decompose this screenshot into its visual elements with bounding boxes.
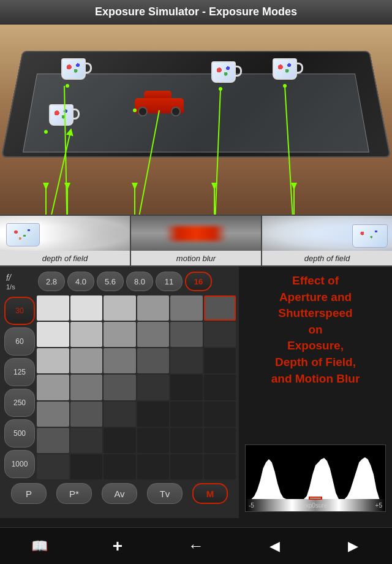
hist-scale-right: +5 — [375, 502, 382, 509]
grid-cell-5-5[interactable] — [204, 428, 236, 453]
grid-cell-5-4[interactable] — [170, 428, 203, 453]
histogram-graph — [246, 456, 385, 499]
thumb-blur[interactable]: motion blur — [131, 216, 262, 265]
grid-cell-3-1[interactable] — [70, 375, 103, 400]
hist-scale-center: exp0sure — [302, 502, 327, 509]
svg-marker-7 — [132, 183, 138, 190]
histogram-scale: -5 exp0sure +5 — [246, 499, 385, 511]
book-icon: 📖 — [31, 538, 48, 554]
grid-cell-3-0[interactable] — [37, 375, 69, 400]
grid-cell-4-5[interactable] — [204, 402, 236, 427]
speed-label: 1/s — [6, 283, 15, 291]
grid-cell-0-0[interactable] — [37, 295, 69, 321]
grid-cell-5-0[interactable] — [37, 428, 69, 453]
fstop-label: f/ — [6, 273, 11, 283]
cup-thumb-left — [6, 223, 43, 248]
speed-btn-30[interactable]: 30 — [4, 297, 35, 325]
fstop-row: 2.8 4.0 5.6 8.0 11 16 — [3, 270, 236, 293]
grid-cell-4-4[interactable] — [170, 402, 203, 427]
book-button[interactable]: 📖 — [24, 533, 55, 559]
grid-cell-0-1[interactable] — [70, 295, 103, 321]
hist-scale-left: -5 — [249, 502, 254, 509]
grid-cell-3-4[interactable] — [170, 375, 203, 400]
grid-cell-6-2[interactable] — [104, 454, 136, 479]
title-bar: Exposure Simulator - Exposure Modes — [0, 0, 392, 25]
svg-marker-6 — [64, 183, 70, 190]
grid-cell-6-4[interactable] — [170, 454, 203, 479]
info-panel: Effect ofAperture andShutterspeedonExpos… — [239, 267, 392, 518]
grid-cell-3-3[interactable] — [137, 375, 170, 400]
svg-marker-20 — [246, 457, 385, 499]
fstop-btn-4.0[interactable]: 4.0 — [67, 272, 94, 291]
grid-cell-2-1[interactable] — [70, 348, 103, 373]
grid-cell-5-3[interactable] — [137, 428, 170, 453]
grid-cell-2-4[interactable] — [170, 348, 203, 373]
speed-btn-60[interactable]: 60 — [4, 327, 35, 356]
grid-cell-2-3[interactable] — [137, 348, 170, 373]
back-icon: ← — [188, 536, 204, 555]
speed-btn-1000[interactable]: 1000 — [4, 450, 35, 478]
grid-cell-2-2[interactable] — [104, 348, 136, 373]
fstop-btn-16[interactable]: 16 — [185, 272, 212, 291]
cup-2 — [46, 104, 77, 135]
page-title: Exposure Simulator - Exposure Modes — [95, 6, 297, 18]
grid-cell-5-1[interactable] — [70, 428, 103, 453]
grid-cell-0-5[interactable] — [204, 295, 236, 321]
exposure-matrix: f/ 1/s 2.8 4.0 5.6 8.0 11 16 30 60 125 2… — [0, 267, 239, 518]
next-button[interactable]: ▶ — [337, 533, 368, 559]
svg-marker-8 — [211, 183, 217, 190]
mode-row: P P* Av Tv M — [3, 479, 236, 506]
thumb-dof-left[interactable]: depth of field — [0, 216, 131, 265]
grid-cell-3-2[interactable] — [104, 375, 136, 400]
plus-icon: + — [113, 536, 123, 556]
mode-btn-M[interactable]: M — [192, 483, 228, 504]
grid-cell-0-3[interactable] — [137, 295, 170, 321]
grid-cell-3-5[interactable] — [204, 375, 236, 400]
grid-cell-6-3[interactable] — [137, 454, 170, 479]
speed-btn-250[interactable]: 250 — [4, 389, 35, 417]
speed-btn-500[interactable]: 500 — [4, 419, 35, 448]
grid-cell-4-0[interactable] — [37, 402, 69, 427]
thumbnail-strip: depth of field motion blur depth of fiel… — [0, 215, 392, 267]
grid-cell-4-3[interactable] — [137, 402, 170, 427]
prev-icon: ◀ — [270, 538, 280, 554]
cup-1 — [58, 58, 89, 89]
cup-4 — [270, 58, 300, 89]
grid-cell-0-4[interactable] — [170, 295, 203, 321]
toy-car — [135, 98, 184, 116]
speed-column: 30 60 125 250 500 1000 — [3, 295, 37, 479]
mode-btn-Tv[interactable]: Tv — [147, 483, 183, 504]
photo-area — [0, 25, 392, 215]
prev-button[interactable]: ◀ — [259, 533, 290, 559]
grid-cell-6-1[interactable] — [70, 454, 103, 479]
speed-btn-125[interactable]: 125 — [4, 358, 35, 386]
fstop-btn-8.0[interactable]: 8.0 — [126, 272, 153, 291]
fstop-btn-2.8[interactable]: 2.8 — [38, 272, 65, 291]
fstop-btn-11[interactable]: 11 — [156, 272, 183, 291]
grid-cell-6-5[interactable] — [204, 454, 236, 479]
fstop-btn-5.6[interactable]: 5.6 — [97, 272, 124, 291]
mode-btn-Av[interactable]: Av — [102, 483, 137, 504]
mode-btn-Pstar[interactable]: P* — [56, 483, 92, 504]
histogram: -5 exp0sure +5 — [245, 444, 386, 512]
next-icon: ▶ — [348, 538, 358, 554]
grid-cell-2-0[interactable] — [37, 348, 69, 373]
grid-cell-1-3[interactable] — [137, 322, 170, 347]
grid-cell-4-2[interactable] — [104, 402, 136, 427]
grid-cell-1-0[interactable] — [37, 322, 69, 347]
grid-cell-6-0[interactable] — [37, 454, 69, 479]
add-button[interactable]: + — [102, 533, 133, 559]
mode-btn-P[interactable]: P — [11, 483, 47, 504]
grid-cell-0-2[interactable] — [104, 295, 136, 321]
grid-cell-1-5[interactable] — [204, 322, 236, 347]
grid-cell-4-1[interactable] — [70, 402, 103, 427]
grid-cell-1-1[interactable] — [70, 322, 103, 347]
thumb-dof-left-img — [0, 216, 130, 251]
grid-cell-5-2[interactable] — [104, 428, 136, 453]
back-button[interactable]: ← — [181, 533, 211, 559]
grid-cell-1-4[interactable] — [170, 322, 203, 347]
thumb-dof-right[interactable]: depth of field — [262, 216, 392, 265]
grid-cell-1-2[interactable] — [104, 322, 136, 347]
grid-cell-2-5[interactable] — [204, 348, 236, 373]
exposure-grid[interactable] — [37, 295, 236, 479]
